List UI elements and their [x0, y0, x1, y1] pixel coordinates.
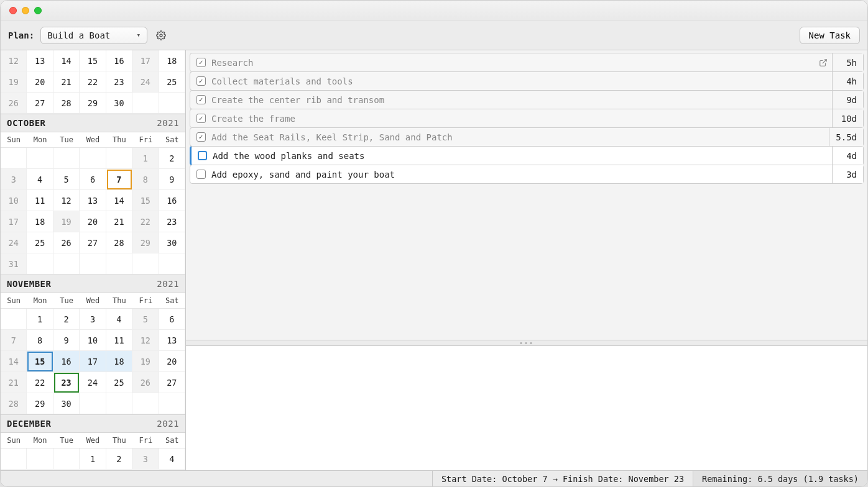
calendar-day[interactable]: 29 — [27, 393, 53, 414]
calendar-day[interactable]: 28 — [106, 232, 132, 253]
calendar-day[interactable]: 24 — [132, 71, 159, 93]
task-checkbox[interactable] — [196, 114, 206, 123]
calendar-day[interactable]: 22 — [27, 372, 53, 393]
calendar-day[interactable]: 17 — [132, 50, 159, 71]
calendar-day[interactable]: 20 — [27, 71, 53, 93]
task-duration[interactable]: 9d — [832, 91, 863, 109]
task-checkbox[interactable] — [196, 76, 206, 86]
calendar-day[interactable]: 3 — [132, 448, 159, 470]
calendar-day[interactable]: 1 — [80, 448, 106, 470]
calendar-day[interactable]: 20 — [159, 351, 185, 372]
calendar-day[interactable]: 21 — [106, 211, 132, 232]
calendar-day[interactable]: 28 — [1, 393, 27, 414]
task-duration[interactable]: 5h — [832, 53, 863, 71]
splitter-handle[interactable]: ••• — [186, 340, 867, 346]
new-task-button[interactable]: New Task — [800, 27, 860, 44]
calendar-day[interactable]: 19 — [132, 351, 159, 372]
calendar-day[interactable]: 24 — [80, 372, 106, 393]
calendar-day[interactable]: 21 — [1, 372, 27, 393]
calendar-day[interactable]: 10 — [1, 190, 27, 211]
calendar-day[interactable]: 30 — [159, 232, 185, 253]
calendar-day[interactable]: 22 — [80, 71, 106, 93]
task-duration[interactable]: 4h — [832, 72, 863, 90]
calendar-day[interactable]: 7 — [1, 330, 27, 351]
calendar-day[interactable]: 9 — [159, 169, 185, 190]
calendar-day[interactable]: 3 — [80, 309, 106, 330]
task-duration[interactable]: 3d — [832, 165, 863, 183]
calendar-day[interactable]: 14 — [1, 351, 27, 372]
task-checkbox[interactable] — [198, 151, 207, 160]
external-link-icon[interactable] — [815, 58, 832, 67]
calendar-day[interactable]: 4 — [159, 448, 185, 470]
calendar-day[interactable]: 14 — [53, 50, 80, 71]
calendar-day[interactable]: 11 — [27, 190, 53, 211]
minimize-icon[interactable] — [22, 7, 29, 14]
calendar-day[interactable]: 31 — [1, 253, 27, 275]
calendar-day[interactable]: 19 — [1, 71, 27, 93]
calendar-day[interactable]: 29 — [132, 232, 159, 253]
calendar-day[interactable]: 8 — [27, 330, 53, 351]
calendar-day[interactable]: 1 — [27, 309, 53, 330]
calendar-day[interactable]: 10 — [80, 330, 106, 351]
calendar-day[interactable]: 18 — [106, 351, 132, 372]
calendar-day[interactable]: 4 — [27, 169, 53, 190]
calendar-day[interactable]: 27 — [80, 232, 106, 253]
calendar-day[interactable]: 19 — [53, 211, 80, 232]
calendar-day[interactable]: 4 — [106, 309, 132, 330]
calendar-day[interactable]: 25 — [106, 372, 132, 393]
calendar-day[interactable]: 28 — [53, 93, 80, 114]
calendar-day[interactable]: 5 — [132, 309, 159, 330]
calendar-day[interactable]: 21 — [53, 71, 80, 93]
calendar-day[interactable]: 5 — [53, 169, 80, 190]
plan-select[interactable]: Build a Boat ▾ — [40, 27, 147, 44]
calendar-day[interactable]: 17 — [80, 351, 106, 372]
task-row[interactable]: Create the center rib and transom9d — [190, 90, 864, 109]
calendar-day[interactable]: 12 — [1, 50, 27, 71]
calendar-day[interactable]: 12 — [132, 330, 159, 351]
calendar-day[interactable]: 25 — [159, 71, 185, 93]
calendar-day[interactable]: 23 — [159, 211, 185, 232]
calendar-day[interactable]: 15 — [132, 190, 159, 211]
calendar-day[interactable]: 17 — [1, 211, 27, 232]
task-duration[interactable]: 10d — [832, 109, 863, 127]
task-row[interactable]: Add the Seat Rails, Keel Strip, Sand and… — [190, 127, 864, 147]
detail-pane[interactable] — [186, 346, 867, 470]
task-row[interactable]: Add the wood planks and seats4d — [190, 146, 864, 165]
calendar-day[interactable]: 26 — [1, 93, 27, 114]
task-row[interactable]: Research5h — [190, 53, 864, 72]
calendar-day[interactable]: 13 — [27, 50, 53, 71]
calendar-day[interactable]: 8 — [132, 169, 159, 190]
task-duration[interactable]: 5.5d — [829, 128, 863, 146]
calendar-day[interactable]: 30 — [106, 93, 132, 114]
calendar-day[interactable]: 3 — [1, 169, 27, 190]
calendar-day[interactable]: 2 — [106, 448, 132, 470]
calendar-day[interactable]: 27 — [159, 372, 185, 393]
calendar-day[interactable]: 27 — [27, 93, 53, 114]
calendar-day[interactable]: 18 — [159, 50, 185, 71]
task-checkbox[interactable] — [196, 95, 206, 104]
task-duration[interactable]: 4d — [832, 147, 863, 165]
task-row[interactable]: Add epoxy, sand and paint your boat3d — [190, 165, 864, 184]
calendar-day[interactable]: 11 — [106, 330, 132, 351]
calendar-sidebar[interactable]: 12131415161718192021222324252627282930OC… — [1, 50, 186, 470]
calendar-day[interactable]: 30 — [53, 393, 80, 414]
calendar-day[interactable]: 26 — [132, 372, 159, 393]
calendar-day[interactable]: 9 — [53, 330, 80, 351]
calendar-day[interactable]: 1 — [132, 148, 159, 169]
calendar-day[interactable]: 2 — [159, 148, 185, 169]
calendar-day[interactable]: 25 — [27, 232, 53, 253]
calendar-day[interactable]: 23 — [106, 71, 132, 93]
calendar-day[interactable]: 24 — [1, 232, 27, 253]
calendar-day[interactable]: 22 — [132, 211, 159, 232]
calendar-day[interactable]: 23 — [53, 372, 80, 393]
calendar-day[interactable]: 15 — [27, 351, 53, 372]
calendar-day[interactable]: 20 — [80, 211, 106, 232]
task-checkbox[interactable] — [196, 132, 206, 142]
task-checkbox[interactable] — [196, 170, 206, 179]
calendar-day[interactable]: 7 — [106, 169, 132, 190]
calendar-day[interactable]: 14 — [106, 190, 132, 211]
calendar-day[interactable]: 13 — [159, 330, 185, 351]
task-row[interactable]: Create the frame10d — [190, 109, 864, 128]
calendar-day[interactable]: 15 — [80, 50, 106, 71]
calendar-day[interactable]: 2 — [53, 309, 80, 330]
